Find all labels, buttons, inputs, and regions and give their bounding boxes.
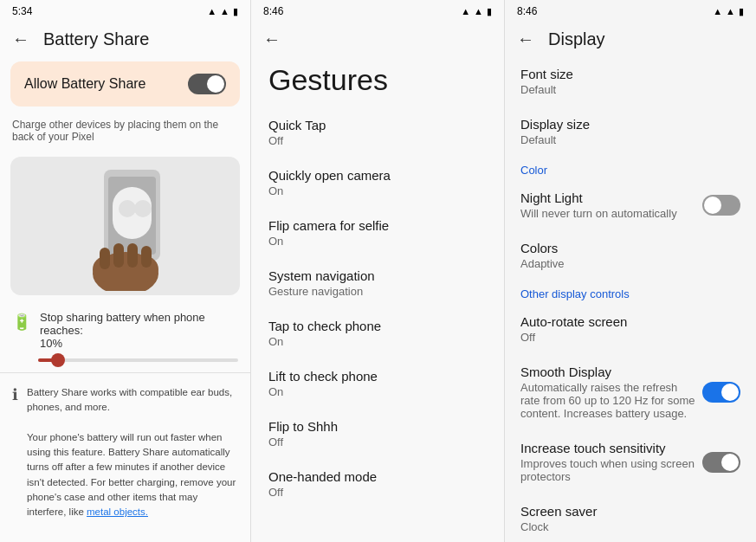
display-item-font-size[interactable]: Font size Default: [505, 56, 756, 106]
gesture-value-7: Off: [268, 486, 487, 499]
battery-icon-3: ▮: [739, 6, 744, 17]
gesture-item-one-handed[interactable]: One-handed mode Off: [251, 459, 504, 509]
display-item-auto-rotate[interactable]: Auto-rotate screen Off: [505, 304, 756, 354]
info-text: Battery Share works with compatible ear …: [27, 385, 238, 519]
font-size-label: Font size: [520, 67, 740, 81]
battery-icon: ▮: [233, 6, 238, 17]
auto-rotate-value: Off: [520, 331, 740, 344]
display-page-title: Display: [548, 29, 605, 49]
touch-sensitivity-toggle[interactable]: [702, 452, 740, 473]
gestures-back-row: ←: [251, 23, 504, 56]
display-panel: 8:46 ▲ ▲ ▮ ← Display Font size Default D…: [505, 0, 756, 542]
touch-sensitivity-label: Increase touch sensitivity: [520, 441, 695, 455]
time-3: 8:46: [517, 5, 537, 17]
gesture-item-open-camera[interactable]: Quickly open camera On: [251, 158, 504, 208]
gesture-item-lift-check[interactable]: Lift to check phone On: [251, 358, 504, 409]
battery-icon-2: ▮: [487, 6, 492, 17]
status-bar-3: 8:46 ▲ ▲ ▮: [505, 0, 756, 23]
time-2: 8:46: [263, 5, 283, 17]
gesture-value-1: On: [268, 184, 487, 197]
battery-slider[interactable]: [38, 358, 238, 362]
wifi-icon-3: ▲: [713, 6, 722, 16]
gesture-value-6: Off: [268, 436, 487, 448]
svg-point-3: [119, 200, 136, 217]
time-1: 5:34: [12, 5, 32, 17]
gesture-name-5: Lift to check phone: [268, 369, 487, 384]
gestures-back-button[interactable]: ←: [263, 29, 281, 49]
svg-rect-7: [100, 248, 110, 269]
metal-objects-link[interactable]: metal objects.: [87, 507, 148, 517]
display-item-screen-saver[interactable]: Screen saver Clock: [505, 494, 756, 542]
gesture-item-flip-camera[interactable]: Flip camera for selfie On: [251, 208, 504, 258]
smooth-display-text: Smooth Display Automatically raises the …: [520, 365, 695, 420]
night-light-text: Night Light Will never turn on automatic…: [520, 190, 677, 220]
signal-icon-2: ▲: [474, 6, 483, 16]
page-title: Battery Share: [43, 29, 149, 49]
touch-sensitivity-desc: Improves touch when using screen protect…: [520, 457, 695, 483]
stop-sharing-row: 🔋 Stop sharing battery when phone reache…: [0, 302, 250, 358]
night-light-row: Night Light Will never turn on automatic…: [520, 190, 740, 220]
section-color: Color: [505, 157, 756, 180]
display-item-night-light[interactable]: Night Light Will never turn on automatic…: [505, 180, 756, 230]
gesture-name-6: Flip to Shhh: [268, 419, 487, 434]
gestures-list: Quick Tap Off Quickly open camera On Fli…: [251, 107, 504, 509]
display-back-button[interactable]: ←: [517, 29, 534, 49]
gesture-item-flip-shhh[interactable]: Flip to Shhh Off: [251, 409, 504, 459]
gesture-value-3: Gesture navigation: [268, 285, 487, 298]
status-icons-2: ▲ ▲ ▮: [461, 6, 492, 17]
gesture-value-4: On: [268, 335, 487, 348]
touch-sensitivity-row: Increase touch sensitivity Improves touc…: [520, 441, 740, 483]
gesture-item-quick-tap[interactable]: Quick Tap Off: [251, 107, 504, 158]
wifi-icon: ▲: [207, 6, 216, 16]
battery-low-icon: 🔋: [12, 313, 31, 332]
title-row: ← Battery Share: [0, 23, 250, 56]
battery-slider-row: [0, 358, 250, 369]
allow-battery-toggle[interactable]: [188, 74, 226, 94]
signal-icon: ▲: [220, 6, 229, 16]
divider-1: [0, 372, 250, 373]
screen-saver-label: Screen saver: [520, 504, 740, 519]
charge-description: Charge other devices by placing them on …: [0, 112, 250, 150]
gesture-name-7: One-handed mode: [268, 469, 487, 484]
display-size-value: Default: [520, 133, 740, 146]
gesture-item-system-nav[interactable]: System navigation Gesture navigation: [251, 258, 504, 308]
display-title-row: ← Display: [505, 23, 756, 56]
smooth-display-row: Smooth Display Automatically raises the …: [520, 365, 740, 420]
display-item-smooth-display[interactable]: Smooth Display Automatically raises the …: [505, 354, 756, 430]
gesture-value-2: On: [268, 235, 487, 248]
hand-illustration-box: [10, 157, 240, 295]
signal-icon-3: ▲: [726, 6, 735, 16]
battery-share-panel: 5:34 ▲ ▲ ▮ ← Battery Share Allow Battery…: [0, 0, 251, 542]
svg-rect-9: [127, 243, 138, 268]
gestures-panel: 8:46 ▲ ▲ ▮ ← Gestures Quick Tap Off Quic…: [251, 0, 505, 542]
gesture-name-3: System navigation: [268, 268, 487, 283]
night-light-toggle[interactable]: [702, 195, 740, 216]
night-light-label: Night Light: [520, 190, 677, 205]
stop-sharing-value: 10%: [40, 337, 238, 350]
font-size-value: Default: [520, 83, 740, 96]
info-icon: ℹ: [12, 385, 18, 404]
display-item-display-size[interactable]: Display size Default: [505, 106, 756, 157]
status-bar-2: 8:46 ▲ ▲ ▮: [251, 0, 504, 23]
status-bar-1: 5:34 ▲ ▲ ▮: [0, 0, 250, 23]
display-item-colors[interactable]: Colors Adaptive: [505, 230, 756, 281]
display-item-touch-sensitivity[interactable]: Increase touch sensitivity Improves touc…: [505, 430, 756, 494]
stop-sharing-text: Stop sharing battery when phone reaches:…: [40, 311, 238, 350]
touch-sensitivity-text: Increase touch sensitivity Improves touc…: [520, 441, 695, 483]
info-text-1: Battery Share works with compatible ear …: [27, 385, 238, 416]
gesture-item-tap-check[interactable]: Tap to check phone On: [251, 308, 504, 358]
smooth-display-toggle[interactable]: [702, 382, 740, 403]
wifi-icon-2: ▲: [461, 6, 470, 16]
info-row: ℹ Battery Share works with compatible ea…: [0, 377, 250, 528]
svg-rect-8: [113, 243, 124, 268]
svg-rect-10: [141, 246, 152, 268]
gesture-value-0: Off: [268, 134, 487, 147]
colors-label: Colors: [520, 241, 740, 255]
gesture-name-2: Flip camera for selfie: [268, 218, 487, 233]
smooth-display-desc: Automatically raises the refresh rate fr…: [520, 381, 695, 420]
back-button[interactable]: ←: [12, 29, 29, 49]
gesture-name-0: Quick Tap: [268, 118, 487, 132]
gestures-title: Gestures: [251, 56, 504, 107]
allow-battery-label: Allow Battery Share: [24, 76, 146, 92]
gesture-name-1: Quickly open camera: [268, 168, 487, 183]
